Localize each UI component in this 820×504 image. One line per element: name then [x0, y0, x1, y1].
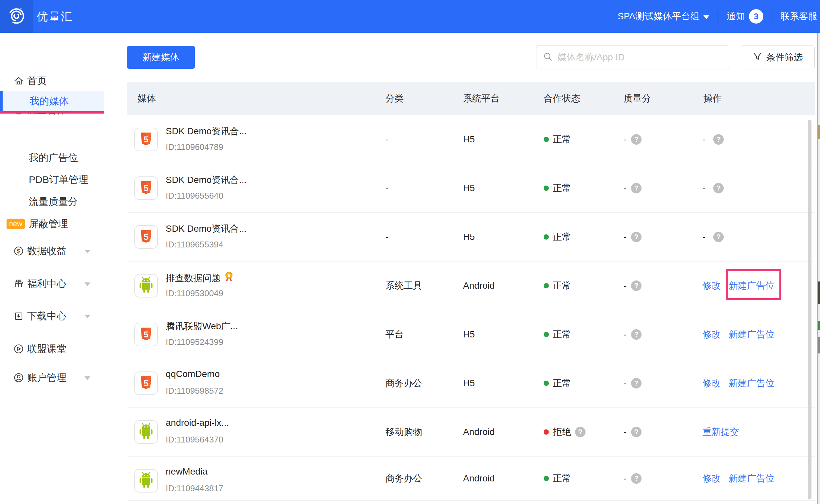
sidebar-item-account-management[interactable]: 账户管理	[0, 368, 104, 387]
help-icon[interactable]: ?	[631, 280, 642, 291]
sidebar-item-block-management[interactable]: new 屏蔽管理	[0, 214, 104, 234]
account-group-dropdown[interactable]: SPA测试媒体平台组	[618, 10, 709, 23]
sidebar-item-data-revenue[interactable]: $ 数据收益	[0, 241, 104, 261]
status-cell: 拒绝?	[544, 408, 586, 456]
table-row: newMediaID:1109443817商务办公Android正常-?修改新建…	[127, 457, 815, 501]
svg-text:5: 5	[144, 183, 148, 193]
media-id: ID:1109524399	[166, 337, 223, 347]
new-ad-slot-link[interactable]: 新建广告位	[729, 279, 774, 292]
help-icon[interactable]: ?	[631, 427, 642, 437]
sidebar-item-label: 账户管理	[27, 368, 66, 387]
new-ad-slot-link[interactable]: 新建广告位	[729, 377, 774, 389]
new-ad-slot-link[interactable]: 新建广告位	[729, 328, 774, 341]
filter-button[interactable]: 条件筛选	[741, 45, 815, 69]
help-icon[interactable]: ?	[713, 183, 724, 193]
col-media: 媒体	[137, 82, 156, 115]
ops-dash: -	[702, 183, 705, 193]
divider	[718, 10, 718, 22]
help-icon[interactable]: ?	[713, 134, 724, 145]
sidebar-item-traffic-quality[interactable]: 流量质量分	[0, 192, 104, 211]
quality-cell: -?	[624, 457, 642, 500]
quality-cell: -?	[624, 164, 642, 212]
quality-dash: -	[624, 134, 627, 145]
media-id: ID:1109655640	[166, 191, 223, 201]
notifications-button[interactable]: 通知 3	[727, 9, 763, 24]
help-icon[interactable]: ?	[631, 134, 642, 145]
media-id: ID:1109564370	[166, 435, 223, 445]
edit-link[interactable]: 修改	[702, 472, 721, 485]
col-ops: 操作	[703, 82, 722, 115]
help-icon[interactable]: ?	[631, 473, 642, 484]
sidebar-item-my-media[interactable]: 我的媒体	[0, 91, 104, 111]
svg-text:$: $	[17, 248, 20, 255]
sidebar-item-download-center[interactable]: 下载中心	[0, 306, 104, 326]
status-label: 拒绝	[553, 426, 571, 438]
status-dot	[544, 476, 549, 481]
media-name: SDK Demo资讯合...	[166, 223, 246, 235]
edit-link[interactable]: 修改	[702, 328, 721, 341]
money-circle-icon: $	[13, 245, 24, 257]
media-id: ID:1109604789	[166, 142, 223, 152]
help-icon[interactable]: ?	[631, 378, 642, 388]
help-icon[interactable]: ?	[631, 329, 642, 340]
svg-text:5: 5	[144, 330, 148, 339]
app-logo[interactable]	[0, 0, 33, 33]
ops-cell: 修改新建广告位	[702, 261, 774, 310]
vertical-scrollbar[interactable]	[808, 120, 811, 499]
sidebar-item-pdb-orders[interactable]: PDB订单管理	[0, 170, 104, 189]
status-cell: 正常	[544, 115, 571, 164]
chevron-down-icon	[84, 376, 90, 380]
quality-dash: -	[624, 378, 627, 388]
contact-support-link[interactable]: 联系客服	[781, 10, 817, 23]
table-row: 5SDK Demo资讯合...ID:1109604789-H5正常-?-?	[127, 115, 815, 164]
edit-link[interactable]: 修改	[702, 279, 721, 292]
help-icon[interactable]: ?	[713, 232, 724, 242]
platform-cell: H5	[463, 115, 475, 164]
play-circle-icon	[13, 343, 24, 354]
status-cell: 正常	[544, 261, 571, 310]
quality-dash: -	[624, 473, 627, 484]
media-id: ID:1109443817	[166, 483, 223, 494]
help-icon[interactable]: ?	[631, 183, 642, 193]
status-cell: 正常	[544, 359, 571, 407]
table-row: 5SDK Demo资讯合...ID:1109655394-H5正常-?-?	[127, 213, 815, 261]
quality-cell: -?	[624, 261, 642, 310]
category-cell: 平台	[385, 310, 404, 359]
chevron-down-icon	[703, 15, 709, 19]
sidebar-item-welfare-center[interactable]: 福利中心	[0, 274, 104, 294]
svg-text:5: 5	[144, 232, 148, 242]
status-dot	[544, 234, 549, 240]
top-bar: 优量汇 SPA测试媒体平台组 通知 3 联系客服	[0, 0, 820, 33]
category-cell: 移动购物	[385, 408, 422, 456]
notification-count-badge: 3	[749, 9, 763, 24]
user-circle-icon	[13, 372, 24, 383]
table-row: 5qqComDemoID:1109598572商务办公H5正常-?修改新建广告位	[127, 359, 815, 408]
category-cell: -	[385, 164, 388, 212]
status-dot	[544, 332, 549, 337]
new-media-button[interactable]: 新建媒体	[127, 46, 195, 69]
resubmit-link[interactable]: 重新提交	[702, 426, 739, 438]
media-id: ID:1109530049	[166, 288, 223, 298]
help-icon[interactable]: ?	[631, 232, 642, 242]
quality-dash: -	[624, 232, 627, 242]
ops-dash: -	[702, 232, 705, 242]
sidebar-item-union-classroom[interactable]: 联盟课堂	[0, 339, 104, 359]
quality-dash: -	[624, 183, 627, 193]
sidebar-item-my-ad-slots[interactable]: 我的广告位	[0, 148, 104, 168]
html5-app-icon: 5	[134, 176, 158, 200]
search-box	[536, 45, 729, 69]
media-name: qqComDemo	[166, 369, 220, 379]
status-label: 正常	[553, 472, 571, 485]
new-ad-slot-link[interactable]: 新建广告位	[729, 472, 774, 485]
sidebar-item-home[interactable]: 首页	[0, 71, 104, 91]
html5-app-icon: 5	[134, 323, 158, 346]
edit-link[interactable]: 修改	[702, 377, 721, 389]
search-input[interactable]	[557, 52, 722, 63]
status-cell: 正常	[544, 457, 571, 500]
help-icon[interactable]: ?	[575, 427, 586, 437]
media-name: 腾讯联盟Web广...	[166, 320, 238, 333]
media-id: ID:1109598572	[166, 386, 223, 396]
download-icon	[13, 311, 24, 322]
html5-app-icon: 5	[134, 128, 158, 151]
sidebar-item-label: 数据收益	[27, 241, 66, 261]
